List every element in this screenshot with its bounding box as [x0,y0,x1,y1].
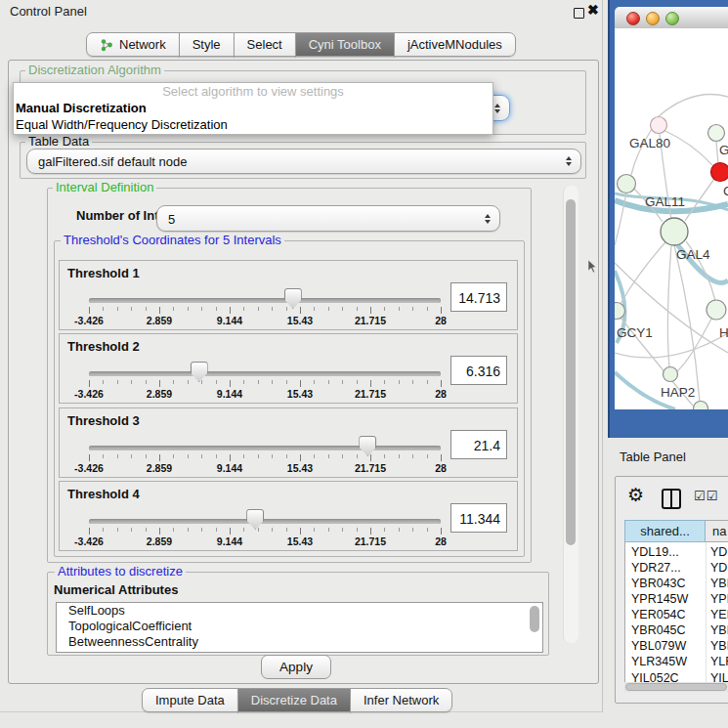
tab-network-label: Network [119,37,166,52]
tab-discretize-data[interactable]: Discretize Data [237,688,351,712]
tick-label: 9.144 [200,462,259,474]
list-item[interactable]: SelfLoops [57,603,542,619]
panel-scrollbar-thumb[interactable] [566,199,576,545]
network-node-gal4[interactable] [661,218,688,245]
list-scrollbar[interactable] [530,606,539,632]
threshold-3-slider-track[interactable] [89,446,441,450]
network-node[interactable] [707,300,726,320]
table-cell[interactable]: YLR345W [631,655,687,668]
node-label-hap2: HAP2 [661,385,695,400]
tick-label: 9.144 [200,535,259,547]
table-cell[interactable]: YPR145W [631,592,688,606]
network-node[interactable] [694,402,708,410]
tick-label: 15.43 [271,535,329,547]
node-label-gal4: GAL4 [676,247,710,262]
threshold-1-slider-track[interactable] [89,298,441,303]
column-divider [706,542,707,682]
node-label-partial: GA [719,143,728,157]
tick-label: 15.43 [271,462,329,474]
table-cell[interactable]: YER054C [631,608,686,621]
table-cell[interactable]: YDR27... [631,561,681,575]
apply-button[interactable]: Apply [261,655,331,679]
network-node[interactable] [664,367,678,382]
table-cell[interactable]: YPR1 [710,592,728,606]
interval-definition-label: Interval Definition [53,181,156,194]
popup-item-manual-discretization[interactable]: Manual Discretization [14,100,492,116]
threshold-2-value-field[interactable]: 6.316 [450,356,507,385]
table-header-shared-name[interactable]: shared... [624,520,706,542]
list-item[interactable]: TopologicalCoefficient [57,619,542,634]
tab-style[interactable]: Style [179,32,235,57]
table-panel-title: Table Panel [620,450,686,464]
table-header-name[interactable]: na [706,520,728,542]
threshold-3-slider-thumb[interactable] [359,436,376,456]
number-of-intervals-combo[interactable]: 5 [156,205,500,232]
tick-label: 2.859 [130,462,189,474]
table-cell[interactable]: YER0 [710,608,728,621]
network-node[interactable] [618,175,636,193]
minimize-traffic-light-icon[interactable] [646,12,660,25]
threshold-4-label: Threshold 4 [67,487,140,501]
network-window-titlebar[interactable] [615,7,728,29]
threshold-2-slider-thumb[interactable] [191,362,208,382]
threshold-4-value-field[interactable]: 11.344 [450,503,507,533]
gear-icon[interactable]: ⚙ [627,484,644,506]
tab-network[interactable]: Network [86,32,180,57]
tick-label: 15.43 [271,388,329,400]
threshold-3-value-field[interactable]: 21.4 [450,430,507,459]
algorithm-popup: Select algorithm to view settings Manual… [13,82,493,135]
threshold-1-value-field[interactable]: 14.713 [450,282,507,312]
top-tab-bar: Network Style Select Cyni Toolbox jActiv… [86,32,516,57]
tick-label: -3.426 [60,462,118,474]
table-data-label: Table Data [25,135,92,149]
zoom-traffic-light-icon[interactable] [665,12,679,25]
tab-select[interactable]: Select [234,32,296,57]
table-cell[interactable]: YBR045C [631,623,686,637]
table-cell[interactable]: YLR3 [710,655,728,668]
split-view-icon[interactable] [662,489,681,509]
threshold-1-label: Threshold 1 [67,266,140,280]
popup-item-equal-width-frequency[interactable]: Equal Width/Frequency Discretization [14,116,492,133]
close-traffic-light-icon[interactable] [626,12,640,25]
close-icon[interactable]: ✖ [587,2,599,18]
table-hscrollbar-thumb[interactable] [625,683,727,691]
popup-placeholder-item[interactable]: Select algorithm to view settings [14,83,492,100]
table-cell[interactable]: YBL079W [631,639,686,653]
threshold-2-block: Threshold 2 -3.426 2.859 9.144 15.43 21.… [59,333,518,404]
tick-label: 21.715 [341,315,400,326]
float-window-icon[interactable] [574,8,584,19]
column-checkboxes-icon[interactable]: ☑☑ [694,489,718,503]
tick-label: 21.715 [341,388,400,400]
network-node[interactable] [651,117,667,134]
number-of-intervals-value: 5 [168,211,175,226]
network-node-selected-red[interactable] [711,163,728,182]
slider-major-ticks [89,307,442,314]
threshold-1-slider-thumb[interactable] [284,288,302,309]
table-data-combo[interactable]: galFiltered.sif default node [26,149,581,174]
network-node[interactable] [708,125,725,142]
list-item[interactable]: BetweennessCentrality [57,634,542,650]
tab-impute-data[interactable]: Impute Data [142,688,238,712]
numerical-attributes-label: Numerical Attributes [51,583,181,597]
threshold-2-slider-track[interactable] [89,371,441,376]
tab-cyni-toolbox[interactable]: Cyni Toolbox [295,32,395,57]
tick-label: 28 [411,462,470,474]
table-cell[interactable]: YBR0 [710,577,728,590]
table-cell[interactable]: YDL19... [631,545,679,559]
table-cell[interactable]: YBR0 [710,623,728,637]
table-cell[interactable]: YDL1 [710,545,728,559]
table-cell[interactable]: YDR2 [710,561,728,575]
network-canvas[interactable]: GAL80 GA C GAL11 GAL4 GCY1 HA HAP2 [615,28,728,409]
node-label-gal11: GAL11 [645,194,685,209]
numerical-attributes-list[interactable]: SelfLoops TopologicalCoefficient Between… [56,602,543,653]
threshold-4-slider-thumb[interactable] [246,509,264,530]
table-cell[interactable]: YBR043C [631,577,686,590]
combo-arrows-icon [566,156,572,166]
threshold-4-slider-track[interactable] [89,519,441,524]
tab-infer-network[interactable]: Infer Network [350,688,452,712]
control-panel-window: Control Panel ✖ Network Style Select Cyn… [0,0,603,712]
tab-jactivemnodules[interactable]: jActiveMNodules [394,32,516,57]
combo-arrows-icon [485,214,491,224]
bottom-tab-bar: Impute Data Discretize Data Infer Networ… [142,688,452,712]
table-cell[interactable]: YBL0 [710,639,728,653]
